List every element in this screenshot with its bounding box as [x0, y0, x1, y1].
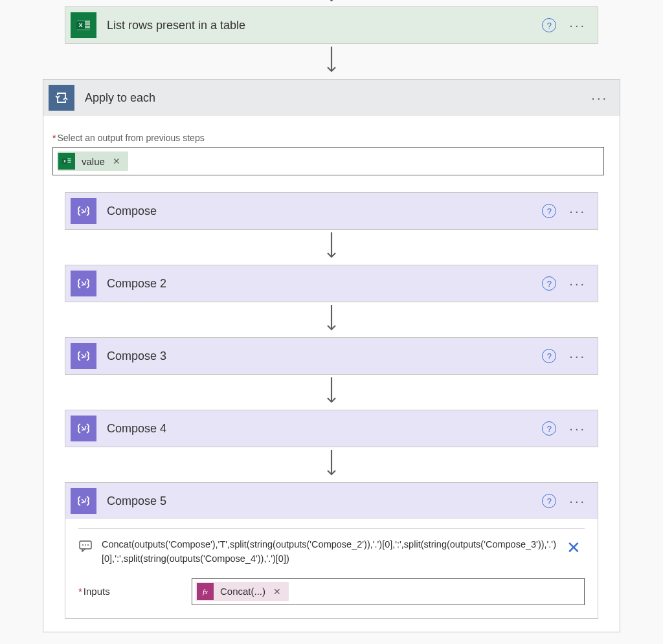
card-title: Compose 4 — [107, 422, 542, 436]
card-header[interactable]: Apply to each ··· — [43, 80, 620, 116]
token-expression[interactable]: fx Concat(...) ✕ — [196, 582, 289, 601]
action-card-list-rows[interactable]: X List rows present in a table ? ··· — [65, 6, 598, 44]
svg-rect-8 — [67, 158, 71, 159]
svg-rect-3 — [85, 21, 90, 23]
card-title: Compose 2 — [107, 277, 542, 291]
fx-icon: fx — [197, 583, 214, 600]
svg-rect-10 — [67, 162, 71, 163]
token-value[interactable]: X value ✕ — [57, 151, 128, 171]
card-title: Compose 3 — [107, 350, 542, 363]
more-menu-icon[interactable]: ··· — [569, 277, 586, 290]
action-card-apply-to-each: Apply to each ··· *Select an output from… — [43, 79, 620, 632]
arrow-connector — [325, 375, 338, 410]
required-indicator: * — [52, 133, 56, 143]
help-icon[interactable]: ? — [542, 494, 556, 508]
svg-text:X: X — [78, 22, 82, 28]
output-select-input[interactable]: X value ✕ — [52, 147, 604, 175]
svg-text:X: X — [63, 159, 66, 163]
remove-token-icon[interactable]: ✕ — [271, 586, 284, 597]
compose-icon — [71, 271, 96, 296]
excel-icon: X — [58, 153, 75, 170]
action-card-compose[interactable]: Compose ?··· — [65, 192, 598, 230]
svg-rect-9 — [67, 160, 71, 161]
token-text: value — [82, 156, 105, 167]
svg-text:fx: fx — [203, 588, 208, 595]
nested-actions: Compose ?··· Compose 2 ?··· Compose 3 ?·… — [52, 192, 611, 619]
help-icon[interactable]: ? — [542, 276, 556, 291]
arrow-connector — [325, 44, 338, 79]
card-title: Compose — [107, 205, 542, 218]
token-text: Concat(...) — [220, 586, 265, 597]
compose-icon — [71, 198, 96, 224]
arrow-connector — [325, 302, 338, 337]
expression-description: Concat(outputs('Compose'),'T',split(stri… — [102, 538, 563, 566]
card-header: Compose 3 ?··· — [65, 338, 598, 374]
card-header: Compose ?··· — [65, 193, 598, 229]
compose-expanded-body: Concat(outputs('Compose'),'T',split(stri… — [65, 519, 598, 618]
svg-point-13 — [85, 544, 86, 546]
arrow-connector — [325, 230, 338, 265]
compose-icon — [71, 343, 96, 369]
divider — [78, 528, 585, 529]
help-icon[interactable]: ? — [542, 421, 556, 436]
svg-point-14 — [87, 544, 89, 546]
card-header: X List rows present in a table ? ··· — [65, 7, 598, 43]
action-card-compose[interactable]: Compose 5 ?··· Concat(outputs('Compose')… — [65, 482, 598, 619]
action-card-compose[interactable]: Compose 3 ?··· — [65, 337, 598, 375]
inputs-label: *Inputs — [78, 586, 192, 597]
loop-body: *Select an output from previous steps X … — [43, 116, 620, 632]
more-menu-icon[interactable]: ··· — [569, 422, 586, 435]
close-icon[interactable]: ✕ — [563, 538, 585, 558]
remove-token-icon[interactable]: ✕ — [110, 156, 123, 166]
more-menu-icon[interactable]: ··· — [591, 91, 608, 104]
more-menu-icon[interactable]: ··· — [569, 350, 586, 362]
input-label: *Select an output from previous steps — [52, 133, 611, 143]
card-title: List rows present in a table — [107, 19, 542, 32]
svg-rect-4 — [85, 23, 90, 25]
card-title: Compose 5 — [107, 494, 542, 508]
card-header: Compose 5 ?··· — [65, 483, 598, 519]
help-icon[interactable]: ? — [542, 18, 556, 32]
excel-icon: X — [71, 12, 96, 38]
action-card-compose[interactable]: Compose 2 ?··· — [65, 265, 598, 302]
svg-rect-5 — [85, 26, 90, 28]
comment-icon — [78, 539, 94, 555]
card-title: Apply to each — [85, 91, 591, 105]
compose-icon — [71, 416, 96, 441]
more-menu-icon[interactable]: ··· — [569, 205, 586, 217]
help-icon[interactable]: ? — [542, 204, 556, 218]
arrow-connector — [325, 0, 338, 6]
compose-icon — [71, 488, 96, 514]
arrow-connector — [325, 447, 338, 482]
more-menu-icon[interactable]: ··· — [569, 19, 586, 32]
loop-icon — [49, 85, 74, 111]
action-card-compose[interactable]: Compose 4 ?··· — [65, 410, 598, 447]
more-menu-icon[interactable]: ··· — [569, 494, 586, 507]
inputs-field[interactable]: fx Concat(...) ✕ — [192, 578, 585, 605]
svg-point-12 — [82, 544, 84, 546]
help-icon[interactable]: ? — [542, 349, 556, 363]
card-header: Compose 2 ?··· — [65, 265, 598, 302]
card-header: Compose 4 ?··· — [65, 410, 598, 447]
